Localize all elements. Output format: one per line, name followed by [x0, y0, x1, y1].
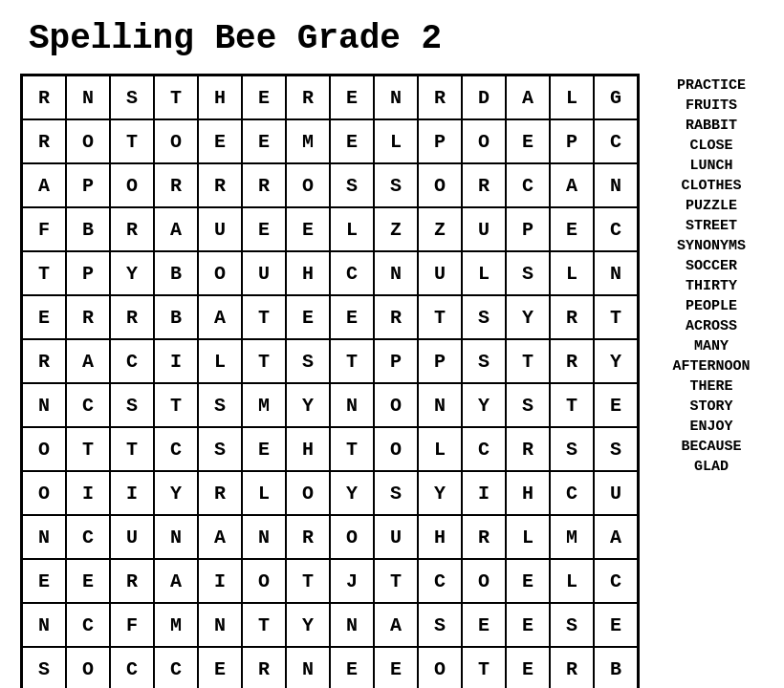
grid-cell: E — [242, 207, 286, 251]
grid-cell: C — [110, 647, 154, 688]
grid-cell: C — [66, 515, 110, 559]
grid-cell: A — [154, 207, 198, 251]
grid-cell: E — [286, 295, 330, 339]
word-list-item: RABBIT — [686, 118, 737, 134]
grid-cell: O — [286, 471, 330, 515]
grid-cell: C — [550, 471, 594, 515]
grid-cell: P — [66, 251, 110, 295]
word-list-item: GLAD — [694, 459, 729, 475]
grid-cell: S — [506, 383, 550, 427]
grid-cell: I — [462, 471, 506, 515]
grid-cell: L — [198, 339, 242, 383]
word-list-item: SOCCER — [686, 258, 737, 274]
grid-cell: N — [330, 603, 374, 647]
word-list-item: THERE — [689, 378, 732, 395]
word-search-grid: RNSTHERENRDALGROTOEEMELPOEPCAPORRROSSORC… — [20, 74, 640, 688]
grid-cell: O — [462, 559, 506, 603]
grid-row: ERRBATEERTSYRT — [22, 295, 638, 339]
grid-cell: S — [110, 75, 154, 119]
grid-cell: I — [110, 471, 154, 515]
word-list: PRACTICEFRUITSRABBITCLOSELUNCHCLOTHESPUZ… — [659, 74, 764, 475]
grid-cell: H — [286, 427, 330, 471]
grid-cell: E — [286, 207, 330, 251]
word-list-item: FRUITS — [686, 97, 737, 114]
grid-cell: C — [66, 603, 110, 647]
grid-cell: R — [418, 75, 462, 119]
grid-cell: U — [418, 251, 462, 295]
grid-cell: B — [66, 207, 110, 251]
grid-cell: N — [374, 75, 418, 119]
word-list-item: STREET — [686, 218, 737, 234]
grid-cell: C — [330, 251, 374, 295]
grid-cell: N — [198, 603, 242, 647]
grid-cell: N — [594, 163, 638, 207]
grid-cell: H — [506, 471, 550, 515]
grid-cell: R — [242, 647, 286, 688]
grid-row: ROTOEEMELPOEPC — [22, 119, 638, 163]
grid-cell: O — [418, 163, 462, 207]
grid-cell: Y — [286, 383, 330, 427]
grid-cell: E — [198, 647, 242, 688]
grid-cell: I — [154, 339, 198, 383]
grid-cell: C — [594, 119, 638, 163]
grid-cell: R — [198, 163, 242, 207]
grid-cell: E — [374, 647, 418, 688]
grid-cell: T — [242, 603, 286, 647]
grid-row: NCUNANROUHRLMA — [22, 515, 638, 559]
word-list-item: PRACTICE — [677, 77, 746, 94]
grid-cell: R — [286, 515, 330, 559]
grid-cell: Y — [506, 295, 550, 339]
grid-cell: F — [22, 207, 66, 251]
grid-cell: Y — [418, 471, 462, 515]
grid-cell: P — [66, 163, 110, 207]
grid-cell: C — [154, 427, 198, 471]
grid-cell: R — [110, 559, 154, 603]
grid-cell: A — [66, 339, 110, 383]
grid-cell: R — [22, 75, 66, 119]
grid-cell: N — [22, 383, 66, 427]
word-list-item: SYNONYMS — [677, 238, 746, 254]
grid-cell: E — [330, 295, 374, 339]
grid-cell: U — [110, 515, 154, 559]
grid-cell: I — [198, 559, 242, 603]
grid-cell: E — [594, 383, 638, 427]
grid-cell: E — [198, 119, 242, 163]
word-list-item: PEOPLE — [686, 298, 737, 314]
word-list-item: CLOTHES — [681, 178, 741, 194]
grid-cell: O — [462, 119, 506, 163]
grid-cell: A — [22, 163, 66, 207]
grid-cell: P — [506, 207, 550, 251]
grid-cell: E — [594, 603, 638, 647]
grid-row: NCFMNTYNASEESE — [22, 603, 638, 647]
grid-cell: M — [286, 119, 330, 163]
grid-cell: R — [22, 119, 66, 163]
grid-cell: R — [462, 163, 506, 207]
grid-cell: O — [286, 163, 330, 207]
word-list-item: THIRTY — [686, 278, 737, 294]
grid-cell: L — [330, 207, 374, 251]
grid-row: RACILTSTPPSTRY — [22, 339, 638, 383]
grid-cell: R — [462, 515, 506, 559]
grid-cell: S — [198, 383, 242, 427]
grid-cell: R — [110, 295, 154, 339]
grid-cell: U — [374, 515, 418, 559]
word-list-item: PUZZLE — [686, 198, 737, 214]
grid-cell: G — [594, 75, 638, 119]
grid-cell: S — [374, 163, 418, 207]
word-list-item: ENJOY — [689, 419, 732, 435]
grid-cell: C — [594, 559, 638, 603]
grid-cell: O — [198, 251, 242, 295]
grid-cell: A — [374, 603, 418, 647]
grid-cell: P — [550, 119, 594, 163]
grid-cell: L — [550, 559, 594, 603]
grid-cell: Y — [110, 251, 154, 295]
word-list-item: LUNCH — [689, 158, 732, 174]
grid-cell: E — [506, 647, 550, 688]
grid-cell: R — [154, 163, 198, 207]
grid-row: OIIYRLOYSYIHCU — [22, 471, 638, 515]
grid-cell: R — [22, 339, 66, 383]
grid-cell: M — [154, 603, 198, 647]
grid-row: FBRAUEELZZUPEC — [22, 207, 638, 251]
grid-cell: R — [66, 295, 110, 339]
grid-cell: E — [330, 647, 374, 688]
